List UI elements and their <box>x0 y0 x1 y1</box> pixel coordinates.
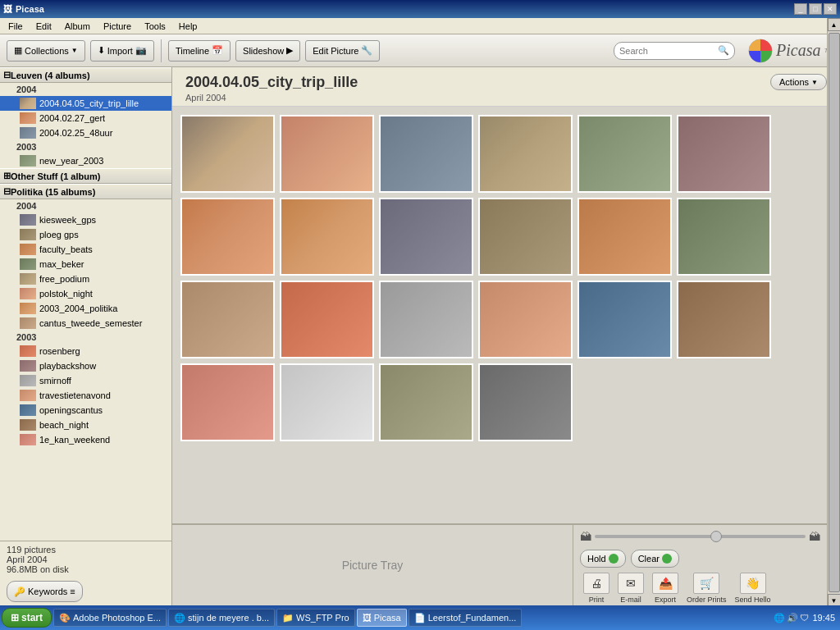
close-button[interactable]: ✕ <box>824 3 837 15</box>
photo-thumb[interactable] <box>379 281 473 358</box>
sidebar-album-cantus[interactable]: cantus_tweede_semester <box>0 316 171 331</box>
actions-button[interactable]: Actions ▼ <box>770 74 827 90</box>
sidebar-album-ploeg-gps[interactable]: ploeg gps <box>0 227 171 242</box>
sidebar-album-beach[interactable]: beach_night <box>0 418 171 432</box>
sidebar-group-politika[interactable]: ⊟ Politika (15 albums) <box>0 184 171 199</box>
menu-edit[interactable]: Edit <box>31 20 57 33</box>
photo-thumb[interactable] <box>180 363 275 441</box>
sidebar-album-travesti[interactable]: travestietenavond <box>0 388 171 403</box>
edit-picture-button[interactable]: Edit Picture 🔧 <box>305 40 380 62</box>
photo-thumb[interactable] <box>478 281 573 358</box>
photo-thumb[interactable] <box>280 281 374 358</box>
menu-file[interactable]: File <box>3 20 28 33</box>
album-date: April 2004 <box>185 93 358 103</box>
start-button[interactable]: ⊞ start <box>2 608 52 628</box>
photo-thumb[interactable] <box>478 198 573 276</box>
photo-thumb[interactable] <box>280 115 374 193</box>
photo-thumb[interactable] <box>478 115 573 193</box>
menu-help[interactable]: Help <box>174 20 203 33</box>
hold-button[interactable]: Hold <box>580 550 626 568</box>
taskbar-photoshop[interactable]: 🎨 Adobe Photoshop E... <box>53 609 167 627</box>
search-box[interactable]: 🔍 <box>614 42 735 60</box>
picasa-taskbar-icon: 🖼 <box>363 613 372 623</box>
sidebar-album-2003-2004[interactable]: 2003_2004_politika <box>0 301 171 316</box>
group-expand-icon: ⊞ <box>3 171 11 181</box>
import-icon: ⬇ <box>98 45 105 56</box>
sidebar-group-other[interactable]: ⊞ Other Stuff (1 album) <box>0 168 171 184</box>
taskbar-picasa[interactable]: 🖼 Picasa <box>357 609 407 627</box>
collections-button[interactable]: ▦ Collections ▼ <box>7 40 85 62</box>
menu-picture[interactable]: Picture <box>98 20 136 33</box>
taskbar-leerstof[interactable]: 📄 Leerstof_Fundamen... <box>409 609 523 627</box>
sidebar-album-gert[interactable]: 2004.02.27_gert <box>0 111 171 126</box>
sidebar-album-1e-kan[interactable]: 1e_kan_weekend <box>0 432 171 447</box>
taskbar: ⊞ start 🎨 Adobe Photoshop E... 🌐 stijn d… <box>0 605 840 630</box>
zoom-out-icon: 🏔 <box>580 530 591 543</box>
photo-thumb[interactable] <box>180 198 275 276</box>
sidebar-album-rosenberg[interactable]: rosenberg <box>0 344 171 358</box>
clock: 19:45 <box>812 613 835 623</box>
export-button[interactable]: 📤 Export <box>649 571 682 605</box>
start-icon: ⊞ <box>11 612 19 623</box>
toolbar: ▦ Collections ▼ ⬇ Import 📷 Timeline 📅 Sl… <box>0 34 840 67</box>
import-button[interactable]: ⬇ Import 📷 <box>90 40 154 62</box>
print-button[interactable]: 🖨 Print <box>580 571 613 605</box>
email-button[interactable]: ✉ E-mail <box>614 571 647 605</box>
zoom-thumb[interactable] <box>710 531 722 542</box>
photo-thumb[interactable] <box>677 198 771 276</box>
photo-thumb[interactable] <box>379 198 473 276</box>
photo-thumb[interactable] <box>180 115 275 193</box>
slideshow-button[interactable]: Slideshow ▶ <box>235 40 300 62</box>
photo-thumb[interactable] <box>379 363 473 441</box>
sidebar-album-smirnoff[interactable]: smirnoff <box>0 373 171 388</box>
toolbar-separator-1 <box>161 39 162 62</box>
search-icon: 🔍 <box>718 45 729 56</box>
timeline-button[interactable]: Timeline 📅 <box>168 40 231 62</box>
sidebar-album-faculty[interactable]: faculty_beats <box>0 242 171 257</box>
picture-tray-label: Picture Tray <box>172 525 573 605</box>
sidebar-status: 119 pictures April 2004 96.8MB on disk <box>0 541 171 578</box>
sidebar-year-2004-leuven: 2004 <box>0 83 171 96</box>
menu-album[interactable]: Album <box>60 20 95 33</box>
zoom-slider[interactable] <box>595 535 806 538</box>
order-prints-button[interactable]: 🛒 Order Prints <box>683 571 730 605</box>
tray-icon-1: 🌐 <box>774 613 785 623</box>
sidebar-album-max-beker[interactable]: max_beker <box>0 257 171 272</box>
sidebar-album-kiesweek[interactable]: kiesweek_gps <box>0 212 171 227</box>
minimize-button[interactable]: _ <box>794 3 807 15</box>
photo-thumb[interactable] <box>578 198 672 276</box>
taskbar-browser[interactable]: 🌐 stijn de meyere . b... <box>168 609 275 627</box>
photo-thumb[interactable] <box>379 115 473 193</box>
sidebar-album-free-podium[interactable]: free_podium <box>0 272 171 286</box>
sidebar-group-leuven[interactable]: ⊟ Leuven (4 albums) <box>0 67 171 83</box>
photo-thumb[interactable] <box>478 363 573 441</box>
sidebar-album-playback[interactable]: playbackshow <box>0 358 171 373</box>
taskbar-ftp[interactable]: 📁 WS_FTP Pro <box>276 609 355 627</box>
sidebar-album-city-trip[interactable]: 2004.04.05_city_trip_lille <box>0 96 171 111</box>
album-thumb <box>20 390 36 401</box>
sidebar-album-polstok[interactable]: polstok_night <box>0 286 171 301</box>
album-thumb <box>20 273 36 285</box>
photo-thumb[interactable] <box>180 281 275 358</box>
sidebar-album-openings[interactable]: openingscantus <box>0 403 171 418</box>
album-thumb <box>20 214 36 226</box>
clear-button[interactable]: Clear <box>631 550 679 568</box>
send-hello-button[interactable]: 👋 Send Hello <box>732 571 774 605</box>
sidebar-album-48uur[interactable]: 2004.02.25_48uur <box>0 126 171 140</box>
photo-thumb[interactable] <box>677 115 771 193</box>
menu-tools[interactable]: Tools <box>139 20 171 33</box>
maximize-button[interactable]: □ <box>809 3 822 15</box>
titlebar-controls[interactable]: _ □ ✕ <box>794 3 837 15</box>
email-icon: ✉ <box>618 573 644 594</box>
photo-thumb[interactable] <box>280 198 374 276</box>
photo-thumb[interactable] <box>578 281 672 358</box>
search-input[interactable] <box>619 46 718 56</box>
keywords-list-icon: ≡ <box>70 587 75 596</box>
group-collapse-icon: ⊟ <box>3 70 11 80</box>
sidebar-album-new-year[interactable]: new_year_2003 <box>0 153 171 168</box>
group-label: Politika (15 albums) <box>11 187 95 197</box>
photo-thumb[interactable] <box>280 363 374 441</box>
keywords-button[interactable]: 🔑 Keywords ≡ <box>7 581 83 602</box>
photo-thumb[interactable] <box>677 281 771 358</box>
photo-thumb[interactable] <box>578 115 672 193</box>
